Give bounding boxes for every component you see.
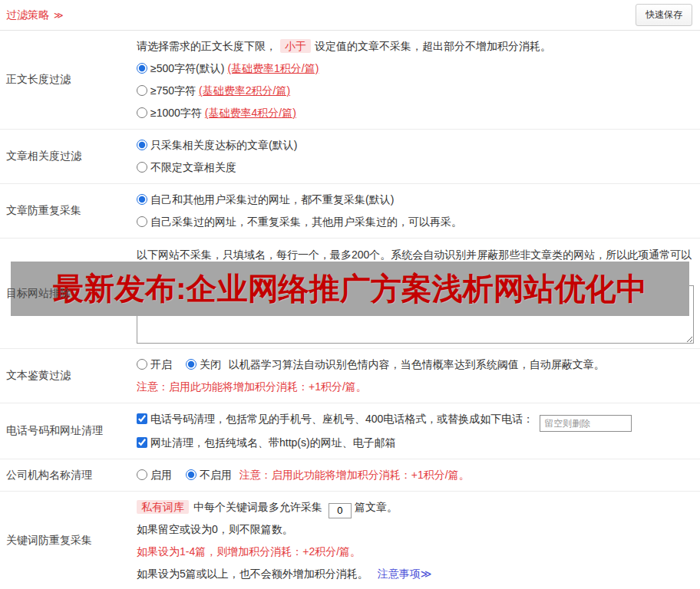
porn-filter-description: 以机器学习算法自动识别色情内容，当色情概率达到系统阈值，自动屏蔽文章。 — [229, 358, 605, 370]
dedup-option-global[interactable]: 自己和其他用户采集过的网址，都不重复采集(默认) — [137, 193, 394, 206]
site-exclude-label: 目标网站排除 — [0, 239, 132, 348]
length-option-750[interactable]: ≥750字符(基础费率2积分/篇) — [137, 84, 290, 97]
porn-filter-off[interactable]: 关闭 — [186, 358, 224, 370]
less-than-highlight: 小于 — [280, 39, 311, 53]
company-clean-cost-note: 注意：启用此功能将增加积分消耗：+1积分/篇。 — [239, 469, 470, 481]
chevron-expand-icon[interactable]: ≫ — [54, 10, 64, 21]
porn-filter-label: 文本鉴黄过滤 — [0, 349, 132, 403]
company-clean-disable[interactable]: 不启用 — [186, 469, 235, 481]
length-option-500[interactable]: ≥500字符(默认)(基础费率1积分/篇) — [137, 62, 319, 74]
page-header: 过滤策略 ≫ 快速保存 — [0, 0, 700, 31]
porn-off-radio[interactable] — [186, 359, 196, 370]
row-keyword-dedup: 关键词防重复采集 私有词库中每个关键词最多允许采集 篇文章。 如果留空或设为0，… — [0, 492, 700, 589]
keyword-dedup-note-zero: 如果留空或设为0，则不限篇数。 — [137, 518, 694, 541]
row-phone-url-clean: 电话号码和网址清理 电话号码清理，包括常见的手机号、座机号、400电话格式，或替… — [0, 403, 700, 459]
length-option-500-radio[interactable] — [137, 63, 147, 74]
keyword-dedup-label: 关键词防重复采集 — [0, 492, 132, 589]
url-clean-option[interactable]: 网址清理，包括纯域名、带http(s)的网址、电子邮箱 — [137, 436, 396, 449]
row-dedup-filter: 文章防重复采集 自己和其他用户采集过的网址，都不重复采集(默认) 自己采集过的网… — [0, 184, 700, 239]
relevance-option-strict[interactable]: 只采集相关度达标的文章(默认) — [137, 139, 297, 151]
url-clean-checkbox[interactable] — [137, 437, 147, 448]
relevance-any-radio[interactable] — [137, 162, 147, 173]
phone-replacement-input[interactable] — [540, 415, 632, 432]
notes-link[interactable]: 注意事项≫ — [378, 568, 432, 580]
fee-note: (基础费率2积分/篇) — [199, 84, 290, 97]
relevance-strict-radio[interactable] — [137, 140, 147, 150]
row-relevance-filter: 文章相关度过滤 只采集相关度达标的文章(默认) 不限定文章相关度 — [0, 130, 700, 184]
length-option-1000[interactable]: ≥1000字符(基础费率4积分/篇) — [137, 107, 296, 119]
fee-note: (基础费率1积分/篇) — [227, 62, 319, 74]
relevance-option-any[interactable]: 不限定文章相关度 — [137, 161, 236, 173]
company-clean-enable[interactable]: 启用 — [137, 469, 175, 481]
dedup-global-radio[interactable] — [137, 194, 147, 205]
relevance-filter-label: 文章相关度过滤 — [0, 130, 132, 183]
phone-clean-option[interactable]: 电话号码清理，包括常见的手机号、座机号、400电话格式，或替换成如下电话： — [137, 413, 537, 425]
company-enable-radio[interactable] — [137, 469, 147, 480]
length-filter-intro: 请选择需求的正文长度下限，小于设定值的文章不采集，超出部分不增加积分消耗。 — [137, 35, 694, 58]
quick-save-button[interactable]: 快速保存 — [636, 4, 692, 26]
dedup-filter-label: 文章防重复采集 — [0, 184, 132, 238]
phone-url-clean-label: 电话号码和网址清理 — [0, 403, 132, 459]
row-porn-filter: 文本鉴黄过滤 开启 关闭 以机器学习算法自动识别色情内容，当色情概率达到系统阈值… — [0, 349, 700, 403]
dedup-self-radio[interactable] — [137, 216, 147, 227]
porn-filter-on[interactable]: 开启 — [137, 358, 175, 370]
keyword-dedup-note-cost: 如果设为1-4篇，则增加积分消耗：+2积分/篇。 — [137, 541, 694, 563]
row-length-filter: 正文长度过滤 请选择需求的正文长度下限，小于设定值的文章不采集，超出部分不增加积… — [0, 31, 700, 130]
keyword-max-count-input[interactable] — [329, 503, 352, 518]
company-clean-label: 公司机构名称清理 — [0, 459, 132, 491]
keyword-dedup-note-five: 如果设为5篇或以上，也不会额外增加积分消耗。 — [137, 568, 368, 580]
porn-filter-cost-note: 注意：启用此功能将增加积分消耗：+1积分/篇。 — [137, 376, 694, 398]
fee-note: (基础费率4积分/篇) — [205, 107, 296, 119]
phone-clean-checkbox[interactable] — [137, 413, 147, 424]
porn-on-radio[interactable] — [137, 359, 147, 370]
length-filter-label: 正文长度过滤 — [0, 31, 132, 129]
dedup-option-self[interactable]: 自己采集过的网址，不重复采集，其他用户采集过的，可以再采。 — [137, 216, 462, 228]
length-option-750-radio[interactable] — [137, 85, 147, 96]
section-title-filter-strategy[interactable]: 过滤策略 ≫ — [6, 8, 63, 22]
length-option-1000-radio[interactable] — [137, 107, 147, 118]
private-lexicon-highlight: 私有词库 — [137, 500, 189, 514]
page-title: 过滤策略 — [6, 8, 49, 21]
company-disable-radio[interactable] — [186, 469, 196, 480]
row-company-clean: 公司机构名称清理 启用 不启用 注意：启用此功能将增加积分消耗：+1积分/篇。 — [0, 459, 700, 492]
ad-banner-text: 最新发布:企业网络推广方案浅析网站优化中 — [53, 268, 646, 310]
